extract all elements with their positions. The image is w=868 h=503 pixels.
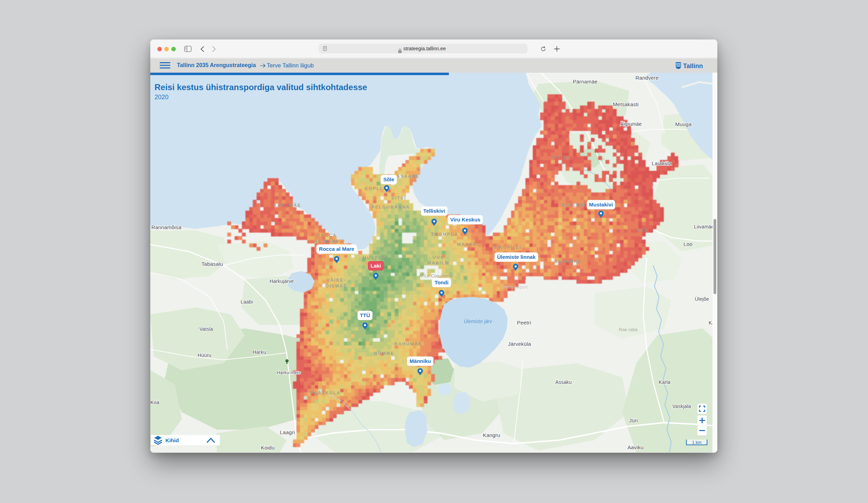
svg-text:Ülemiste linnak: Ülemiste linnak [497, 254, 536, 260]
svg-text:VÄIKE-: VÄIKE- [327, 277, 346, 283]
svg-text:Harkujärve: Harkujärve [270, 278, 294, 284]
svg-text:Aaviku: Aaviku [627, 444, 644, 450]
svg-text:Metsakasti: Metsakasti [613, 101, 639, 107]
svg-text:Järveküla: Järveküla [508, 341, 531, 347]
svg-text:KATLERI: KATLERI [562, 203, 586, 207]
svg-text:Viru Keskus: Viru Keskus [450, 217, 480, 223]
svg-text:NÕMME: NÕMME [374, 351, 395, 356]
svg-text:Äigrumäe: Äigrumäe [620, 121, 642, 127]
svg-text:Laabi: Laabi [241, 299, 253, 305]
svg-text:Laiaküla: Laiaküla [652, 160, 672, 166]
svg-text:PÄÄSKÜLA: PÄÄSKÜLA [310, 390, 340, 395]
svg-text:Hüüru: Hüüru [198, 352, 211, 358]
svg-text:MUSTJÕE: MUSTJÕE [363, 255, 389, 261]
svg-text:ÕISMÄE: ÕISMÄE [325, 283, 347, 289]
svg-text:Rae raba: Rae raba [619, 327, 638, 332]
svg-text:Jüri: Jüri [629, 417, 638, 423]
svg-text:Randvere: Randvere [636, 75, 659, 81]
svg-text:Laagri: Laagri [280, 429, 295, 435]
svg-text:Männiku: Männiku [410, 358, 431, 364]
svg-text:Vatsla: Vatsla [199, 326, 213, 332]
svg-text:Laki: Laki [371, 263, 381, 269]
svg-text:UUS: UUS [433, 255, 444, 260]
svg-text:KAKUMÄE: KAKUMÄE [273, 203, 301, 208]
svg-text:SIKUPILLI: SIKUPILLI [494, 245, 522, 250]
svg-text:SITSI: SITSI [392, 196, 406, 201]
svg-text:Liivamäe: Liivamäe [694, 224, 712, 229]
svg-text:A. Le Coq Arena: A. Le Coq Arena [419, 273, 452, 278]
svg-text:Loo: Loo [683, 241, 693, 247]
svg-text:ROCCA: ROCCA [317, 233, 337, 238]
svg-text:Telliskivi: Telliskivi [423, 208, 445, 214]
svg-text:RAHUMÄE: RAHUMÄE [394, 341, 422, 347]
svg-text:TTÜ: TTÜ [360, 312, 370, 318]
svg-text:Kangru: Kangru [483, 432, 500, 438]
svg-text:Tallinn Airport: Tallinn Airport [500, 284, 528, 290]
svg-text:MAAILM: MAAILM [427, 261, 449, 265]
svg-text:Muuga: Muuga [675, 121, 692, 127]
svg-text:MAAKRI: MAAKRI [457, 242, 479, 247]
svg-text:Sõle: Sõle [383, 176, 394, 182]
svg-text:TOOMPEA: TOOMPEA [431, 232, 458, 237]
svg-text:Mustakivi: Mustakivi [589, 202, 613, 207]
svg-text:Rocca al Mare: Rocca al Mare [319, 246, 354, 252]
svg-text:Kiia: Kiia [150, 399, 159, 405]
svg-text:Assaku: Assaku [555, 379, 572, 385]
svg-text:Harku mets: Harku mets [277, 370, 301, 375]
svg-text:Karla: Karla [659, 379, 670, 385]
svg-text:Ülemiste järv: Ülemiste järv [464, 318, 493, 324]
svg-text:Tondi: Tondi [435, 279, 449, 285]
svg-text:Peetri: Peetri [517, 320, 531, 326]
svg-text:KOPLI: KOPLI [365, 186, 382, 191]
svg-text:AL MARE: AL MARE [314, 239, 339, 244]
svg-text:Kad: Kad [709, 320, 712, 326]
svg-text:Rannamõisa: Rannamõisa [151, 224, 182, 230]
svg-text:PELGURANNA: PELGURANNA [372, 205, 410, 210]
svg-text:PIRITA: PIRITA [551, 155, 570, 160]
svg-text:Pärnamäe: Pärnamäe [573, 79, 598, 85]
svg-text:VÄO: VÄO [637, 227, 648, 233]
svg-text:Ülejõe: Ülejõe [695, 296, 709, 302]
svg-text:Tabasalu: Tabasalu [201, 261, 223, 267]
svg-text:Harku: Harku [253, 349, 266, 355]
svg-text:Vaskjala: Vaskjala [672, 403, 691, 409]
svg-text:SÕJAMÄE: SÕJAMÄE [554, 259, 581, 264]
svg-text:Koidu: Koidu [261, 445, 274, 451]
svg-text:Kihid: Kihid [165, 437, 179, 443]
svg-text:1 km: 1 km [692, 440, 701, 445]
